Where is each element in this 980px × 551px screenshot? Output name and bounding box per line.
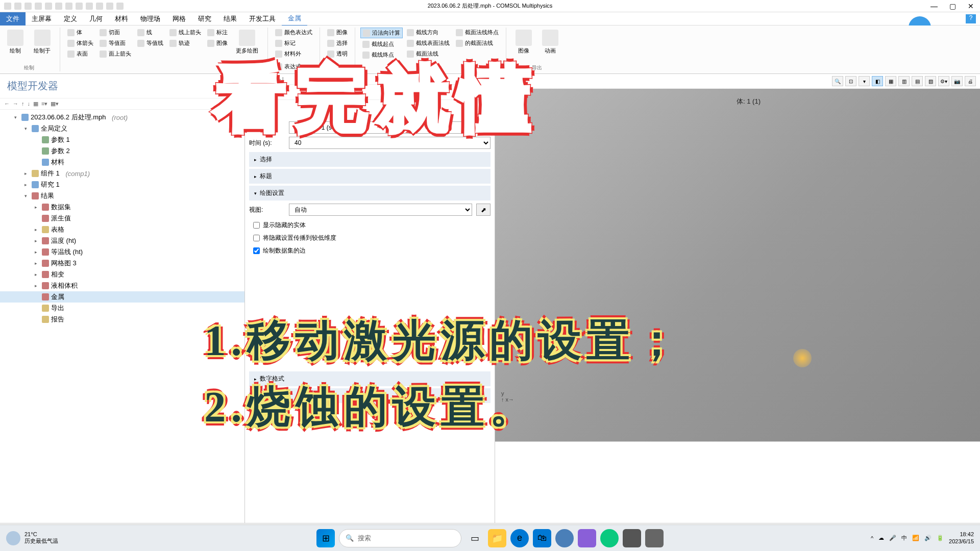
- graphics-3d-view[interactable]: 体: 1 (1) y↑ x→: [495, 89, 980, 441]
- tree-mesh3[interactable]: ▸网格图 3: [0, 258, 244, 269]
- qat-icon-11[interactable]: [116, 3, 124, 10]
- view-select[interactable]: 自动: [289, 204, 472, 216]
- cb-propagate[interactable]: [253, 235, 260, 241]
- app5-icon[interactable]: [645, 529, 664, 547]
- tree-materials[interactable]: 材料: [0, 157, 244, 168]
- ribbon-image2[interactable]: 图像: [325, 28, 350, 37]
- model-tree[interactable]: ▾2023.06.06.2 后处理.mph (root) ▾全局定义 参数 1 …: [0, 110, 244, 327]
- tree-nav-down-icon[interactable]: ↓: [28, 101, 31, 107]
- tree-nav-back-icon[interactable]: ←: [4, 101, 10, 107]
- tree-datasets[interactable]: ▸数据集: [0, 202, 244, 213]
- view-goto-button[interactable]: ⬈: [476, 204, 491, 216]
- ribbon-isosurface[interactable]: 等值面: [97, 38, 133, 48]
- comsol-taskbar-icon[interactable]: [623, 529, 641, 547]
- tree-report[interactable]: 报告: [0, 314, 244, 325]
- gt-view1-icon[interactable]: ◧: [872, 76, 883, 86]
- tray-chevron-icon[interactable]: ^: [871, 535, 873, 541]
- app3-icon[interactable]: [600, 529, 619, 547]
- tree-results[interactable]: ▾结果: [0, 190, 244, 202]
- new-icon[interactable]: [14, 3, 21, 10]
- ribbon-annotation[interactable]: 标注: [205, 28, 230, 37]
- settings-nav-fwd-icon[interactable]: →: [258, 76, 263, 82]
- save-icon[interactable]: [35, 3, 42, 10]
- section-plot-settings[interactable]: ▾绘图设置: [249, 186, 491, 201]
- ribbon-export-anim[interactable]: 动画: [538, 28, 562, 57]
- qat-icon-9[interactable]: [96, 3, 103, 10]
- tree-param2[interactable]: 参数 2: [0, 145, 244, 157]
- explorer-icon[interactable]: 📁: [488, 529, 506, 547]
- gt-dropdown-icon[interactable]: ▾: [859, 76, 870, 86]
- tree-study1[interactable]: ▸研究 1: [0, 179, 244, 190]
- tab-geometry[interactable]: 几何: [83, 12, 109, 26]
- gt-view3-icon[interactable]: ▥: [898, 76, 910, 86]
- cb-plot-edges[interactable]: [253, 247, 260, 254]
- store-icon[interactable]: 🛍: [533, 529, 551, 547]
- redo-icon[interactable]: [55, 3, 62, 10]
- gt-view4-icon[interactable]: ▤: [912, 76, 923, 86]
- ribbon-cutsurf-normal[interactable]: 截线表面法线: [405, 38, 452, 48]
- app1-icon[interactable]: [555, 529, 574, 547]
- open-icon[interactable]: [24, 3, 32, 10]
- tree-comp1[interactable]: ▸组件 1 (comp1): [0, 168, 244, 179]
- section-selection[interactable]: ▸选择: [249, 152, 491, 167]
- ribbon-transparent[interactable]: 透明: [325, 49, 350, 59]
- tray-ime[interactable]: 中: [901, 534, 907, 542]
- tree-derived[interactable]: 派生值: [0, 213, 244, 224]
- ribbon-export-image[interactable]: 图像: [511, 28, 536, 57]
- delete-icon[interactable]: [86, 3, 93, 10]
- ribbon-line[interactable]: 线: [135, 28, 165, 37]
- ribbon-cutplane-normal[interactable]: 截面法线: [405, 49, 452, 59]
- tree-metal[interactable]: 金属: [0, 291, 244, 303]
- tray-wifi-icon[interactable]: 📶: [912, 535, 919, 541]
- ribbon-plotin-button[interactable]: 绘制于: [30, 28, 55, 57]
- ribbon-material-ext[interactable]: 材料外: [273, 49, 314, 59]
- tree-phase[interactable]: ▸相变: [0, 269, 244, 280]
- ribbon-normal-eval[interactable]: 沿法向计算: [360, 28, 403, 38]
- ribbon-cutline-end[interactable]: 截线终点: [360, 50, 403, 60]
- settings-nav-back-icon[interactable]: ←: [249, 76, 255, 82]
- section-window-settings[interactable]: ▸窗口设置: [249, 388, 491, 403]
- tree-param1[interactable]: 参数 1: [0, 134, 244, 145]
- ribbon-arrow-surf[interactable]: 面上箭头: [97, 49, 133, 59]
- tab-results[interactable]: 结果: [217, 12, 243, 26]
- help-icon[interactable]: ?: [966, 14, 976, 23]
- tree-temperature[interactable]: ▸温度 (ht): [0, 235, 244, 246]
- tree-nav-fwd-icon[interactable]: →: [13, 101, 18, 107]
- dataset-goto-button[interactable]: ⬈: [476, 121, 491, 134]
- ribbon-select[interactable]: 选择: [325, 38, 350, 48]
- gt-view5-icon[interactable]: ▧: [925, 76, 936, 86]
- settings-nav-last-icon[interactable]: →|: [277, 76, 284, 82]
- tree-export[interactable]: 导出: [0, 303, 244, 314]
- tree-more-icon[interactable]: ▦▾: [51, 101, 59, 107]
- taskbar-search[interactable]: 🔍 搜索: [339, 529, 461, 547]
- section-title[interactable]: ▸标题: [249, 169, 491, 184]
- minimize-button[interactable]: —: [929, 2, 939, 10]
- ribbon-cutplane-end[interactable]: 截面法线终点: [454, 28, 501, 37]
- ribbon-arrow-vol[interactable]: 体箭头: [65, 38, 95, 48]
- ribbon-color-expr[interactable]: 颜色表达式: [273, 28, 314, 37]
- tree-liquid[interactable]: ▸液相体积: [0, 280, 244, 291]
- gt-reset-icon[interactable]: ⊡: [845, 76, 856, 86]
- maximize-button[interactable]: ▢: [947, 2, 958, 10]
- settings-nav-first-icon[interactable]: |←: [266, 76, 274, 82]
- gt-settings-icon[interactable]: ⚙▾: [938, 76, 949, 86]
- tray-volume-icon[interactable]: 🔊: [924, 535, 932, 541]
- gt-zoom-icon[interactable]: 🔍: [832, 76, 843, 86]
- taskview-icon[interactable]: ▭: [465, 529, 484, 547]
- tab-home[interactable]: 主屏幕: [26, 12, 58, 26]
- ribbon-more-plots[interactable]: 更多绘图: [232, 28, 262, 59]
- tree-tables[interactable]: ▸表格: [0, 224, 244, 235]
- ribbon-streamline[interactable]: 轨迹: [167, 38, 203, 48]
- tab-physics[interactable]: 物理场: [134, 12, 166, 26]
- tab-definitions[interactable]: 定义: [58, 12, 83, 26]
- ribbon-surface[interactable]: 表面: [65, 49, 95, 59]
- ribbon-volume[interactable]: 体: [65, 28, 95, 37]
- tree-isotherm[interactable]: ▸等温线 (ht): [0, 246, 244, 258]
- app2-icon[interactable]: [578, 529, 596, 547]
- ribbon-plot-button[interactable]: 绘制: [3, 28, 28, 57]
- tab-metal[interactable]: 金属: [282, 12, 307, 26]
- ribbon-contour[interactable]: 等值线: [135, 38, 165, 48]
- ribbon-slice[interactable]: 切面: [97, 28, 133, 37]
- tree-nav-up-icon[interactable]: ↑: [21, 101, 24, 107]
- start-button-icon[interactable]: ⊞: [316, 529, 335, 547]
